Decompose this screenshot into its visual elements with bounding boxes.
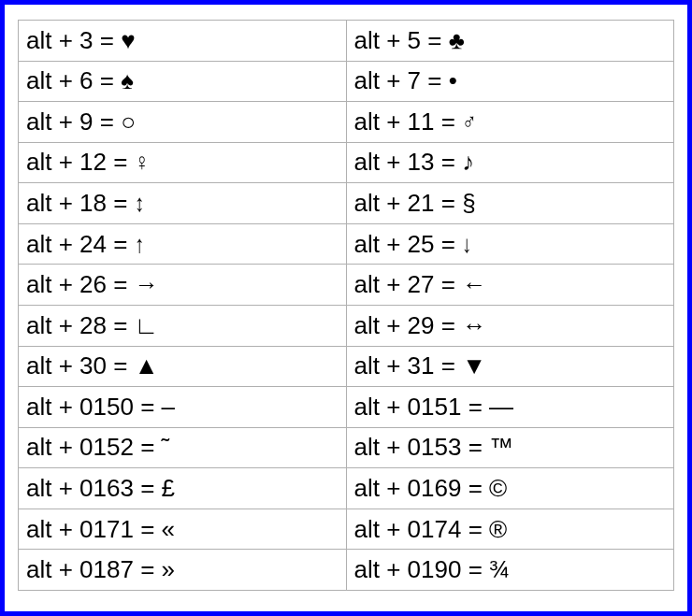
alt-code-separator: = [435,351,463,380]
alt-code-cell: alt + 24 = ↑ [19,223,347,265]
table-row: alt + 0152 = ˜alt + 0153 = ™ [19,427,674,468]
alt-code-symbol: ♂ [462,107,477,136]
alt-code-number: 18 [79,189,107,217]
table-row: alt + 0171 = «alt + 0174 = ® [19,509,674,550]
alt-code-symbol: → [135,270,159,298]
alt-code-cell: alt + 27 = ← [346,265,674,306]
alt-code-number: 29 [408,311,435,339]
alt-code-cell: alt + 21 = § [346,183,674,224]
alt-code-number: 27 [408,270,435,298]
alt-code-cell: alt + 25 = ↓ [346,223,674,265]
alt-code-number: 0151 [408,393,462,421]
table-row: alt + 9 = ○alt + 11 = ♂ [19,102,674,143]
alt-code-symbol: ▼ [462,351,486,380]
alt-code-separator: = [461,555,489,583]
alt-code-symbol: ® [489,515,507,543]
alt-code-cell: alt + 0152 = ˜ [19,427,347,468]
table-row: alt + 24 = ↑alt + 25 = ↓ [19,223,674,265]
alt-code-separator: = [134,515,162,543]
alt-code-symbol: § [462,189,475,217]
alt-code-prefix: alt + [26,555,79,583]
alt-code-symbol: ♥ [121,26,135,54]
alt-code-separator: = [107,230,135,258]
alt-code-symbol: ♪ [462,148,474,176]
alt-code-symbol: ™ [489,433,513,461]
alt-code-symbol: ↓ [462,230,471,259]
alt-code-separator: = [461,515,489,543]
alt-code-number: 0174 [408,515,462,543]
alt-code-prefix: alt + [26,311,79,339]
alt-code-cell: alt + 0169 = © [346,468,674,509]
table-row: alt + 3 = ♥alt + 5 = ♣ [19,21,674,62]
table-row: alt + 0187 = »alt + 0190 = ¾ [19,550,674,591]
alt-code-separator: = [435,311,463,339]
table-row: alt + 18 = ↕alt + 21 = § [19,183,674,224]
alt-code-number: 0169 [408,474,462,502]
alt-code-number: 26 [79,270,107,298]
alt-code-prefix: alt + [26,189,79,217]
alt-code-prefix: alt + [354,393,408,421]
alt-code-prefix: alt + [354,26,408,54]
alt-code-symbol: ♀ [135,148,150,177]
alt-code-separator: = [435,230,463,258]
alt-code-symbol: ˜ [162,433,170,461]
table-row: alt + 26 = →alt + 27 = ← [19,265,674,306]
alt-code-number: 0150 [79,393,134,421]
alt-code-number: 0152 [79,433,134,461]
alt-code-prefix: alt + [26,393,79,421]
alt-code-cell: alt + 0174 = ® [346,509,674,550]
alt-code-prefix: alt + [354,311,408,339]
alt-code-symbol: ∟ [135,311,158,339]
alt-code-separator: = [107,270,135,298]
alt-code-number: 13 [408,148,435,176]
alt-code-separator: = [107,148,135,176]
alt-code-symbol: ♠ [121,66,134,94]
alt-code-symbol: — [489,393,513,421]
alt-code-symbol: ¾ [489,555,510,583]
alt-code-number: 0163 [79,474,134,502]
alt-code-cell: alt + 0150 = – [19,387,347,428]
table-row: alt + 12 = ♀alt + 13 = ♪ [19,142,674,183]
alt-code-number: 31 [408,351,435,380]
alt-code-cell: alt + 26 = → [19,265,347,306]
table-row: alt + 0150 = –alt + 0151 = — [19,387,674,428]
alt-code-number: 28 [79,311,107,339]
alt-code-number: 30 [79,351,107,380]
alt-code-prefix: alt + [354,351,408,380]
alt-code-number: 9 [79,107,93,136]
alt-code-separator: = [94,107,122,136]
alt-code-cell: alt + 6 = ♠ [19,61,347,102]
alt-code-separator: = [134,555,162,583]
alt-code-symbol: ↕ [135,189,144,218]
alt-code-number: 25 [408,230,435,258]
alt-code-prefix: alt + [354,148,408,176]
alt-code-number: 0153 [408,433,462,461]
alt-code-symbol: ↑ [135,230,144,259]
alt-code-separator: = [435,148,463,176]
alt-code-prefix: alt + [354,66,408,94]
alt-code-prefix: alt + [354,555,408,583]
alt-code-separator: = [134,393,162,421]
alt-code-cell: alt + 29 = ↔ [346,305,674,346]
alt-code-separator: = [435,107,463,136]
alt-code-cell: alt + 5 = ♣ [346,21,674,62]
alt-code-number: 11 [408,107,435,136]
alt-code-prefix: alt + [354,433,408,461]
alt-code-prefix: alt + [26,148,79,176]
alt-code-separator: = [435,189,463,217]
alt-code-separator: = [94,26,122,54]
alt-code-cell: alt + 11 = ♂ [346,102,674,143]
alt-code-prefix: alt + [26,270,79,298]
alt-code-cell: alt + 9 = ○ [19,102,347,143]
alt-code-prefix: alt + [354,107,408,136]
alt-code-prefix: alt + [354,230,408,258]
alt-code-number: 0190 [408,555,462,583]
alt-code-separator: = [461,433,489,461]
alt-code-symbol: » [162,555,175,583]
alt-code-prefix: alt + [26,351,79,380]
alt-code-prefix: alt + [26,107,79,136]
alt-code-table: alt + 3 = ♥alt + 5 = ♣alt + 6 = ♠alt + 7… [18,20,674,591]
alt-code-cell: alt + 0187 = » [19,550,347,591]
alt-code-separator: = [461,393,489,421]
alt-code-separator: = [435,270,463,298]
